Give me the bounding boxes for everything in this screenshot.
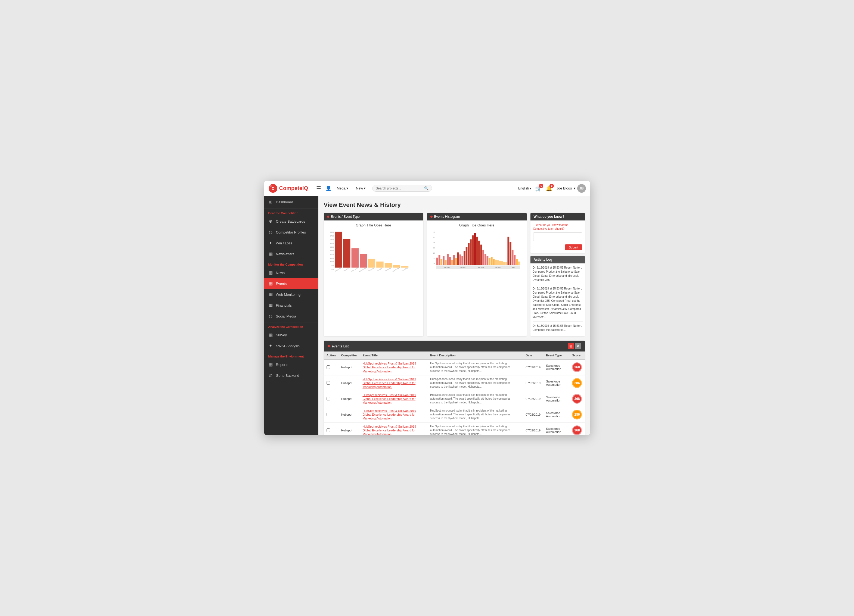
event-type-text: Salesforce Automation [546, 380, 561, 386]
mega-menu-button[interactable]: Mega ▾ [335, 185, 351, 191]
search-input[interactable] [376, 186, 422, 190]
events-list-export-button[interactable]: ⊞ [568, 343, 574, 349]
row-checkbox-cell [324, 422, 339, 435]
svg-rect-45 [449, 257, 451, 265]
row-event-title: HubSpot recieives Frost & Sullivan 2019 … [360, 422, 427, 435]
svg-rect-46 [451, 259, 453, 265]
svg-text:Apr 2019: Apr 2019 [495, 267, 500, 268]
sidebar-item-reports[interactable]: ▦ Reports [264, 359, 319, 370]
event-title-link[interactable]: HubSpot recieives Frost & Sullivan 2019 … [363, 409, 416, 420]
logo-icon: C [268, 184, 278, 193]
events-list-header-left: events List [328, 344, 349, 348]
svg-rect-49 [457, 252, 459, 265]
sidebar-item-survey[interactable]: ▦ Survey [264, 329, 319, 340]
row-checkbox[interactable] [326, 397, 330, 400]
row-event-type: Salesforce Automation [543, 391, 569, 407]
svg-rect-59 [478, 241, 480, 265]
charts-row: Events / Event Type Graph Title Goes Her… [324, 213, 585, 336]
event-title-link[interactable]: HubSpot recieives Frost & Sullivan 2019 … [363, 425, 416, 435]
lang-chevron-icon: ▾ [530, 186, 531, 190]
sidebar-item-events[interactable]: ▦ Events [264, 278, 319, 289]
bar-chart-card: Events / Event Type Graph Title Goes Her… [324, 213, 423, 336]
sidebar-item-swat[interactable]: ✦ SWAT Analysis [264, 340, 319, 351]
reports-label: Reports [276, 363, 288, 367]
cart-button[interactable]: 🛒 5 [535, 185, 542, 192]
row-checkbox[interactable] [326, 365, 330, 369]
user-chevron-icon: ▾ [574, 186, 576, 190]
sidebar-item-win-loss[interactable]: ✦ Win / Loss [264, 238, 319, 249]
svg-rect-51 [461, 256, 463, 265]
sidebar-item-backend[interactable]: ◎ Go to Backend [264, 370, 319, 381]
events-list-dot [328, 345, 330, 347]
wdyk-header: What do you know? [531, 213, 585, 221]
svg-text:45: 45 [433, 231, 435, 233]
row-date: 07/02/2019 [523, 422, 543, 435]
svg-rect-70 [501, 261, 503, 265]
row-checkbox[interactable] [326, 428, 330, 432]
event-title-link[interactable]: HubSpot recieives Frost & Sullivan 2019 … [363, 362, 416, 373]
sidebar-item-news[interactable]: ▦ News [264, 267, 319, 278]
table-header: Action Competitor Event Title Event Desc… [324, 352, 585, 359]
svg-rect-14 [335, 232, 342, 267]
row-date: 07/02/2019 [523, 359, 543, 375]
notifications-button[interactable]: 🔔 2 [546, 185, 552, 192]
sidebar-item-competitor-profiles[interactable]: ◎ Competitor Profiles [264, 227, 319, 238]
sidebar-item-social-media[interactable]: ◎ Social Media [264, 311, 319, 322]
sidebar-item-financials[interactable]: ▦ Financials [264, 300, 319, 311]
event-title-link[interactable]: HubSpot recieives Frost & Sullivan 2019 … [363, 393, 416, 404]
event-desc-text: HubSpot announced today that it is in re… [430, 378, 510, 388]
row-competitor: Hubspot [339, 407, 360, 422]
row-event-type: Salesforce Automation [543, 375, 569, 391]
events-table: Action Competitor Event Title Event Desc… [324, 352, 585, 435]
events-list-close-button[interactable]: ✕ [575, 343, 581, 349]
sidebar-item-newsletters[interactable]: ▦ Newsletters [264, 249, 319, 259]
sidebar-item-web-monitoring[interactable]: ▦ Web Monitoring [264, 289, 319, 300]
event-desc-text: HubSpot announced today that it is in re… [430, 362, 510, 372]
search-box: 🔍 [372, 185, 432, 192]
activity-entry-3: On 8/15/2019 at 15:53:56 Robert Norton, … [533, 324, 583, 334]
wdyk-submit-button[interactable]: Submit [565, 244, 582, 250]
battlecards-icon: ⊕ [268, 219, 273, 224]
svg-text:Jan 2019: Jan 2019 [444, 267, 450, 268]
row-checkbox[interactable] [326, 381, 330, 385]
svg-text:35: 35 [433, 242, 435, 244]
row-competitor: Hubspot [339, 422, 360, 435]
wdyk-input[interactable] [533, 232, 582, 241]
row-checkbox[interactable] [326, 413, 330, 416]
svg-rect-74 [509, 242, 511, 265]
col-competitor: Competitor [339, 352, 360, 359]
financials-icon: ▦ [268, 303, 273, 308]
svg-rect-57 [474, 233, 476, 265]
svg-rect-77 [516, 259, 518, 265]
event-desc-text: HubSpot announced today that it is in re… [430, 409, 510, 420]
svg-rect-16 [351, 248, 358, 267]
row-checkbox-cell [324, 375, 339, 391]
language-selector[interactable]: English ▾ [518, 186, 531, 190]
web-monitoring-icon: ▦ [268, 292, 273, 297]
web-monitoring-label: Web Monitoring [276, 293, 301, 297]
wdyk-body: 1. What do you know that the Competitive… [531, 221, 585, 253]
events-list-header: events List ⊞ ✕ [324, 341, 585, 352]
svg-rect-53 [465, 247, 467, 265]
svg-text:2000: 2000 [330, 246, 334, 248]
sidebar-section-monitor: Monitor the Competition [264, 260, 319, 267]
survey-label: Survey [276, 333, 287, 337]
activity-text-3: On 8/15/2019 at 15:53:56 Robert Norton, … [533, 324, 582, 331]
bar-chart-dot [327, 216, 329, 218]
event-type-text: Salesforce Automation [546, 411, 561, 418]
sidebar-item-dashboard[interactable]: ⊞ Dashboard [264, 196, 319, 208]
new-menu-button[interactable]: New ▾ [354, 185, 368, 191]
svg-rect-54 [468, 243, 470, 265]
svg-text:1500: 1500 [330, 253, 334, 255]
row-competitor: Hubspot [339, 391, 360, 407]
svg-rect-39 [436, 258, 438, 265]
sidebar-item-battlecards[interactable]: ⊕ Create Battlecards [264, 216, 319, 227]
user-icon[interactable]: 👤 [325, 185, 331, 191]
user-menu[interactable]: Joe Blogs ▾ JB [556, 184, 586, 193]
svg-rect-62 [484, 254, 486, 265]
row-event-desc: HubSpot announced today that it is in re… [427, 407, 523, 422]
event-title-link[interactable]: HubSpot recieives Frost & Sullivan 2019 … [363, 378, 416, 389]
svg-rect-55 [470, 239, 472, 265]
hamburger-icon[interactable]: ☰ [316, 185, 321, 192]
row-checkbox-cell [324, 359, 339, 375]
